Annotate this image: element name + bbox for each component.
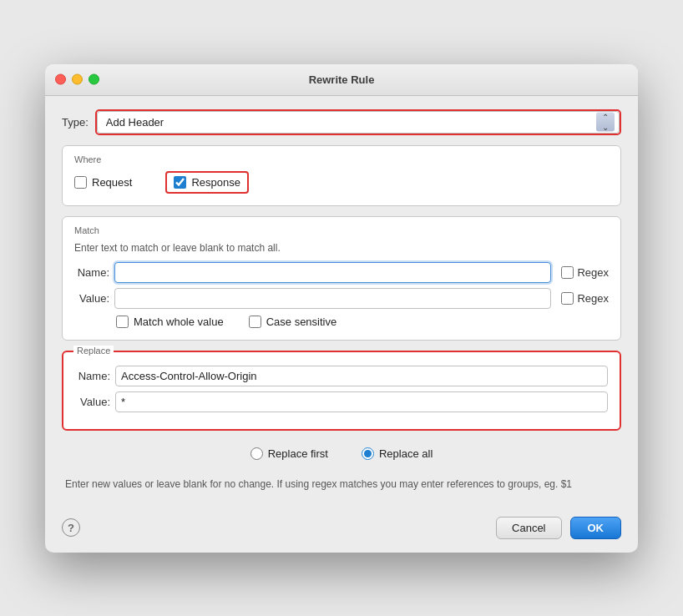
replace-first-radio[interactable] [250,447,263,460]
replace-section-title: Replace [73,346,114,356]
replace-section: Replace Name: Value: [62,351,621,431]
ok-button[interactable]: OK [570,517,622,539]
minimize-button[interactable] [72,74,83,85]
match-section: Match Enter text to match or leave blank… [62,216,621,341]
replace-value-label: Value: [75,396,110,408]
match-section-title: Match [74,225,609,235]
bottom-bar: ? Cancel OK [45,508,638,553]
replace-all-radio[interactable] [362,447,374,460]
replace-all-label: Replace all [379,447,433,460]
replace-radio-row: Replace first Replace all [62,441,621,467]
match-hint: Enter text to match or leave blank to ma… [74,242,609,254]
help-button[interactable]: ? [62,518,80,537]
replace-name-row: Name: [75,366,608,386]
case-sensitive-checkbox[interactable] [249,316,261,328]
type-select-wrapper: Add HeaderModify HeaderRemove HeaderAdd … [95,109,621,135]
replace-value-row: Value: [75,391,608,412]
maximize-button[interactable] [89,74,99,85]
replace-name-input[interactable] [115,366,608,386]
match-options-row: Match whole value Case sensitive [74,316,609,328]
rewrite-rule-dialog: Rewrite Rule Type: Add HeaderModify Head… [45,64,638,553]
window-title: Rewrite Rule [309,73,375,86]
match-name-regex-checkbox[interactable] [561,266,574,279]
match-name-regex-group: Regex [561,266,609,279]
where-section-title: Where [74,154,609,164]
match-name-regex-label: Regex [577,266,609,279]
close-button[interactable] [55,74,66,85]
match-whole-checkbox[interactable] [116,316,129,328]
replace-name-label: Name: [75,370,110,382]
match-value-regex-label: Regex [577,292,609,305]
type-label: Type: [62,116,89,129]
match-name-row: Name: Regex [74,262,609,283]
type-row: Type: Add HeaderModify HeaderRemove Head… [62,109,621,135]
match-whole-group: Match whole value [116,316,224,328]
where-section: Where Request Response [62,145,621,206]
match-whole-label: Match whole value [134,316,224,328]
request-label: Request [92,176,132,189]
match-value-row: Value: Regex [74,288,609,309]
match-name-label: Name: [74,266,109,279]
request-checkbox-group: Request [74,176,132,189]
response-checkbox[interactable] [174,176,186,189]
action-buttons: Cancel OK [496,517,621,539]
replace-all-group: Replace all [362,447,433,460]
case-sensitive-group: Case sensitive [249,316,337,328]
cancel-button[interactable]: Cancel [496,517,561,539]
match-value-regex-checkbox[interactable] [561,292,574,305]
where-row: Request Response [74,171,609,194]
match-value-label: Value: [74,292,109,305]
traffic-lights [55,74,99,85]
match-value-regex-group: Regex [561,292,609,305]
type-select[interactable]: Add HeaderModify HeaderRemove HeaderAdd … [97,111,620,134]
match-value-input[interactable] [114,288,551,309]
case-sensitive-label: Case sensitive [266,316,337,328]
response-label: Response [191,176,240,189]
titlebar: Rewrite Rule [45,64,638,96]
replace-first-group: Replace first [250,447,328,460]
footer-hint: Enter new values or leave blank for no c… [62,477,621,492]
replace-first-label: Replace first [268,447,328,460]
match-name-input[interactable] [114,262,551,283]
request-checkbox[interactable] [74,176,87,189]
replace-value-input[interactable] [115,391,608,412]
dialog-content: Type: Add HeaderModify HeaderRemove Head… [45,96,638,508]
response-checkbox-group: Response [165,171,249,194]
